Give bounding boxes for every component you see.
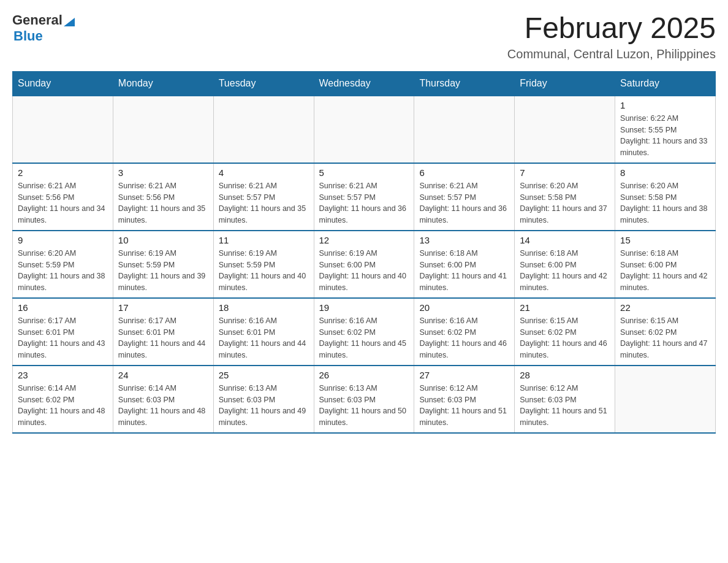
day-number: 13 [419, 235, 509, 245]
table-row: 28Sunrise: 6:12 AMSunset: 6:03 PMDayligh… [515, 366, 615, 433]
day-info: Sunrise: 6:18 AMSunset: 6:00 PMDaylight:… [520, 248, 610, 294]
table-row: 14Sunrise: 6:18 AMSunset: 6:00 PMDayligh… [515, 231, 615, 298]
table-row: 11Sunrise: 6:19 AMSunset: 5:59 PMDayligh… [213, 231, 314, 298]
page-header: General Blue February 2025 Communal, Cen… [12, 12, 716, 61]
day-info: Sunrise: 6:19 AMSunset: 5:59 PMDaylight:… [118, 248, 208, 294]
table-row: 17Sunrise: 6:17 AMSunset: 6:01 PMDayligh… [113, 298, 213, 366]
day-info: Sunrise: 6:19 AMSunset: 5:59 PMDaylight:… [219, 248, 309, 294]
day-info: Sunrise: 6:13 AMSunset: 6:03 PMDaylight:… [319, 383, 409, 429]
day-number: 9 [18, 235, 108, 245]
col-friday: Friday [515, 71, 615, 96]
day-info: Sunrise: 6:14 AMSunset: 6:03 PMDaylight:… [118, 383, 208, 429]
day-info: Sunrise: 6:19 AMSunset: 6:00 PMDaylight:… [319, 248, 409, 294]
svg-marker-0 [64, 18, 75, 26]
table-row [414, 96, 515, 163]
table-row: 8Sunrise: 6:20 AMSunset: 5:58 PMDaylight… [615, 163, 716, 231]
day-number: 14 [520, 235, 610, 245]
day-info: Sunrise: 6:21 AMSunset: 5:57 PMDaylight:… [219, 180, 309, 226]
col-wednesday: Wednesday [314, 71, 414, 96]
day-number: 1 [620, 100, 710, 110]
day-info: Sunrise: 6:14 AMSunset: 6:02 PMDaylight:… [18, 383, 108, 429]
col-thursday: Thursday [414, 71, 515, 96]
day-number: 26 [319, 370, 409, 380]
day-info: Sunrise: 6:17 AMSunset: 6:01 PMDaylight:… [18, 315, 108, 361]
table-row: 22Sunrise: 6:15 AMSunset: 6:02 PMDayligh… [615, 298, 716, 366]
logo-general-text: General [12, 12, 63, 28]
day-number: 10 [118, 235, 208, 245]
day-number: 19 [319, 302, 409, 313]
table-row [314, 96, 414, 163]
day-info: Sunrise: 6:15 AMSunset: 6:02 PMDaylight:… [620, 315, 710, 361]
day-number: 16 [18, 302, 108, 313]
logo-arrow-icon [64, 15, 75, 26]
table-row: 5Sunrise: 6:21 AMSunset: 5:57 PMDaylight… [314, 163, 414, 231]
calendar-week-row: 16Sunrise: 6:17 AMSunset: 6:01 PMDayligh… [13, 298, 716, 366]
table-row [213, 96, 314, 163]
day-info: Sunrise: 6:20 AMSunset: 5:58 PMDaylight:… [520, 180, 610, 226]
day-number: 15 [620, 235, 710, 245]
day-info: Sunrise: 6:18 AMSunset: 6:00 PMDaylight:… [620, 248, 710, 294]
day-number: 12 [319, 235, 409, 245]
day-info: Sunrise: 6:22 AMSunset: 5:55 PMDaylight:… [620, 113, 710, 159]
day-info: Sunrise: 6:21 AMSunset: 5:56 PMDaylight:… [18, 180, 108, 226]
table-row: 9Sunrise: 6:20 AMSunset: 5:59 PMDaylight… [13, 231, 113, 298]
day-info: Sunrise: 6:21 AMSunset: 5:56 PMDaylight:… [118, 180, 208, 226]
day-info: Sunrise: 6:16 AMSunset: 6:02 PMDaylight:… [319, 315, 409, 361]
day-info: Sunrise: 6:18 AMSunset: 6:00 PMDaylight:… [419, 248, 509, 294]
day-info: Sunrise: 6:20 AMSunset: 5:59 PMDaylight:… [18, 248, 108, 294]
day-number: 11 [219, 235, 309, 245]
calendar-week-row: 9Sunrise: 6:20 AMSunset: 5:59 PMDaylight… [13, 231, 716, 298]
table-row [515, 96, 615, 163]
table-row: 6Sunrise: 6:21 AMSunset: 5:57 PMDaylight… [414, 163, 515, 231]
table-row: 18Sunrise: 6:16 AMSunset: 6:01 PMDayligh… [213, 298, 314, 366]
day-info: Sunrise: 6:15 AMSunset: 6:02 PMDaylight:… [520, 315, 610, 361]
day-number: 2 [18, 167, 108, 178]
day-info: Sunrise: 6:17 AMSunset: 6:01 PMDaylight:… [118, 315, 208, 361]
location-title: Communal, Central Luzon, Philippines [507, 47, 716, 61]
table-row: 10Sunrise: 6:19 AMSunset: 5:59 PMDayligh… [113, 231, 213, 298]
day-number: 24 [118, 370, 208, 380]
calendar-week-row: 23Sunrise: 6:14 AMSunset: 6:02 PMDayligh… [13, 366, 716, 433]
table-row: 16Sunrise: 6:17 AMSunset: 6:01 PMDayligh… [13, 298, 113, 366]
calendar-week-row: 1Sunrise: 6:22 AMSunset: 5:55 PMDaylight… [13, 96, 716, 163]
table-row: 1Sunrise: 6:22 AMSunset: 5:55 PMDaylight… [615, 96, 716, 163]
day-info: Sunrise: 6:16 AMSunset: 6:02 PMDaylight:… [419, 315, 509, 361]
day-info: Sunrise: 6:21 AMSunset: 5:57 PMDaylight:… [419, 180, 509, 226]
calendar-header-row: Sunday Monday Tuesday Wednesday Thursday… [13, 71, 716, 96]
day-info: Sunrise: 6:12 AMSunset: 6:03 PMDaylight:… [520, 383, 610, 429]
table-row: 2Sunrise: 6:21 AMSunset: 5:56 PMDaylight… [13, 163, 113, 231]
day-number: 18 [219, 302, 309, 313]
month-title: February 2025 [507, 12, 716, 45]
day-number: 4 [219, 167, 309, 178]
day-number: 22 [620, 302, 710, 313]
day-number: 7 [520, 167, 610, 178]
day-number: 8 [620, 167, 710, 178]
col-monday: Monday [113, 71, 213, 96]
col-tuesday: Tuesday [213, 71, 314, 96]
table-row [113, 96, 213, 163]
table-row: 21Sunrise: 6:15 AMSunset: 6:02 PMDayligh… [515, 298, 615, 366]
day-info: Sunrise: 6:12 AMSunset: 6:03 PMDaylight:… [419, 383, 509, 429]
logo: General Blue [12, 12, 75, 44]
day-info: Sunrise: 6:20 AMSunset: 5:58 PMDaylight:… [620, 180, 710, 226]
table-row: 27Sunrise: 6:12 AMSunset: 6:03 PMDayligh… [414, 366, 515, 433]
day-number: 25 [219, 370, 309, 380]
table-row: 20Sunrise: 6:16 AMSunset: 6:02 PMDayligh… [414, 298, 515, 366]
table-row [13, 96, 113, 163]
col-sunday: Sunday [13, 71, 113, 96]
day-number: 27 [419, 370, 509, 380]
table-row: 12Sunrise: 6:19 AMSunset: 6:00 PMDayligh… [314, 231, 414, 298]
table-row: 26Sunrise: 6:13 AMSunset: 6:03 PMDayligh… [314, 366, 414, 433]
day-number: 3 [118, 167, 208, 178]
calendar-week-row: 2Sunrise: 6:21 AMSunset: 5:56 PMDaylight… [13, 163, 716, 231]
day-info: Sunrise: 6:16 AMSunset: 6:01 PMDaylight:… [219, 315, 309, 361]
header-right: February 2025 Communal, Central Luzon, P… [507, 12, 716, 61]
day-number: 6 [419, 167, 509, 178]
table-row [615, 366, 716, 433]
day-number: 23 [18, 370, 108, 380]
day-info: Sunrise: 6:21 AMSunset: 5:57 PMDaylight:… [319, 180, 409, 226]
day-number: 28 [520, 370, 610, 380]
table-row: 25Sunrise: 6:13 AMSunset: 6:03 PMDayligh… [213, 366, 314, 433]
table-row: 13Sunrise: 6:18 AMSunset: 6:00 PMDayligh… [414, 231, 515, 298]
col-saturday: Saturday [615, 71, 716, 96]
